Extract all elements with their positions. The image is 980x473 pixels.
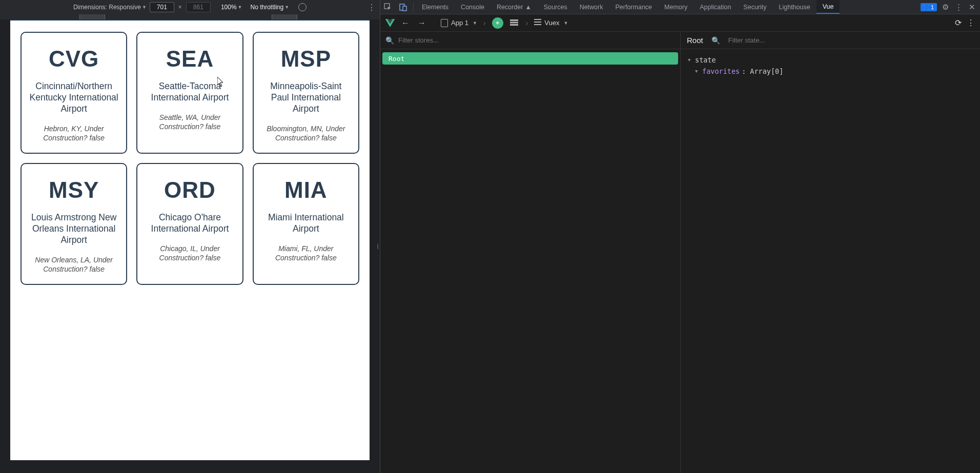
devtools-tab-label: Elements (422, 4, 448, 11)
back-button[interactable]: ← (400, 18, 411, 28)
inspector-components-icon[interactable]: ⌖ (492, 17, 503, 29)
devtools-tab-application[interactable]: Application (693, 0, 737, 14)
state-tree: ▼ state ▼ favorites: Array[0] (681, 49, 980, 82)
state-title: Root (687, 36, 703, 45)
close-devtools-icon[interactable]: ✕ (967, 3, 977, 12)
airport-card[interactable]: MIAMiami International AirportMiami, FL,… (253, 163, 359, 285)
devtools-tab-security[interactable]: Security (737, 0, 772, 14)
state-tree-row[interactable]: ▼ favorites: Array[0] (688, 66, 973, 77)
airport-location: Miami, FL, Under Construction? false (261, 244, 351, 262)
airport-card[interactable]: MSPMinneapolis-Saint Paul International … (253, 32, 359, 154)
more-options-icon[interactable]: ⋮ (967, 18, 975, 28)
inspector-selector[interactable]: Vuex ▼ (534, 19, 568, 27)
toggle-device-icon[interactable] (396, 0, 411, 14)
airport-card[interactable]: CVGCincinnati/Northern Kentucky Internat… (21, 32, 127, 154)
dimensions-dropdown[interactable]: Dimensions: Responsive ▼ (73, 4, 147, 11)
airport-location: Bloomington, MN, Under Construction? fal… (261, 124, 351, 142)
rotate-icon[interactable] (298, 3, 307, 11)
devtools-tab-sources[interactable]: Sources (538, 0, 574, 14)
vue-devtools-toolbar: ← → App 1 ▼ › ⌖ › Vuex ▼ ⟳ ⋮ (380, 14, 980, 32)
svg-rect-4 (924, 5, 929, 10)
app-selector[interactable]: App 1 ▼ (441, 19, 477, 27)
issues-badge[interactable]: 1 (921, 3, 937, 11)
airport-name: Cincinnati/Northern Kentucky Internation… (29, 81, 119, 115)
airport-location: Chicago, IL, Under Construction? false (145, 244, 235, 262)
resize-handle[interactable]: || (375, 236, 380, 257)
devtools-tab-memory[interactable]: Memory (658, 0, 693, 14)
caret-down-icon: ▼ (688, 54, 693, 66)
svg-rect-7 (510, 24, 518, 26)
width-input[interactable] (150, 2, 174, 12)
more-icon[interactable]: ⋮ (953, 3, 964, 12)
airport-code: MSY (49, 177, 99, 203)
svg-rect-10 (534, 24, 541, 25)
dimensions-separator: × (177, 4, 183, 11)
device-toolbar: Dimensions: Responsive ▼ × 100% ▼ No thr… (0, 0, 380, 14)
svg-rect-8 (534, 19, 541, 20)
chevron-down-icon: ▼ (142, 5, 147, 10)
devtools-tab-console[interactable]: Console (455, 0, 491, 14)
emulated-page: CVGCincinnati/Northern Kentucky Internat… (10, 19, 370, 460)
airport-name: Miami International Airport (261, 212, 351, 235)
search-icon: 🔍 (385, 36, 394, 45)
zoom-label: 100% (221, 4, 237, 11)
settings-gear-icon[interactable]: ⚙ (940, 3, 950, 12)
filter-state-input[interactable] (728, 36, 974, 44)
more-options-icon[interactable]: ⋮ (368, 3, 376, 12)
throttling-label: No throttling (251, 4, 284, 11)
store-tree-item-root[interactable]: Root (382, 52, 678, 65)
svg-rect-5 (510, 19, 518, 21)
devtools-tab-network[interactable]: Network (574, 0, 609, 14)
airport-name: Chicago O'hare International Airport (145, 212, 235, 235)
breadcrumb-separator: › (482, 19, 487, 27)
devtools-tab-vue[interactable]: Vue (816, 0, 840, 14)
chevron-down-icon: ▼ (473, 20, 477, 26)
chevron-down-icon: ▼ (238, 5, 242, 10)
devtools-tab-label: Application (700, 4, 731, 11)
devtools-tab-label: Network (580, 4, 603, 11)
airport-location: New Orleans, LA, Under Construction? fal… (29, 255, 119, 274)
devtools-tab-lighthouse[interactable]: Lighthouse (773, 0, 816, 14)
airport-code: ORD (164, 177, 216, 203)
svg-rect-2 (403, 6, 406, 11)
devtools-tab-label: Recorder (497, 4, 523, 11)
caret-down-icon: ▼ (695, 66, 700, 77)
state-value-label: Array[0] (750, 66, 783, 77)
stores-tree: Root (380, 49, 680, 68)
devtools-tab-performance[interactable]: Performance (609, 0, 658, 14)
zoom-dropdown[interactable]: 100% ▼ (221, 4, 242, 11)
filter-stores-input[interactable] (398, 36, 675, 44)
breadcrumb-separator: › (525, 19, 529, 27)
airport-card[interactable]: ORDChicago O'hare International AirportC… (136, 163, 243, 285)
app-label: App 1 (451, 19, 468, 27)
devtools-tab-label: Console (461, 4, 484, 11)
forward-button[interactable]: → (416, 18, 427, 28)
devtools-tab-label: Security (743, 4, 766, 11)
devtools-tab-label: Memory (664, 4, 687, 11)
devtools-tab-recorder[interactable]: Recorder ▲ (491, 0, 538, 14)
airport-card[interactable]: SEASeattle-Tacoma International AirportS… (136, 32, 243, 154)
devtools-tab-elements[interactable]: Elements (416, 0, 455, 14)
state-key-label: favorites (702, 66, 740, 77)
state-key-label: state (695, 54, 716, 66)
airport-location: Hebron, KY, Under Construction? false (29, 124, 119, 142)
devtools-tabs: ElementsConsoleRecorder ▲SourcesNetworkP… (380, 0, 980, 14)
inspector-label: Vuex (544, 19, 559, 27)
height-input[interactable] (186, 2, 211, 12)
svg-rect-9 (534, 22, 541, 23)
throttling-dropdown[interactable]: No throttling ▼ (251, 4, 290, 11)
state-panel: Root 🔍 ▼ state ▼ favorites: Array[0] (681, 32, 980, 473)
state-tree-row[interactable]: ▼ state (688, 54, 973, 66)
airport-card[interactable]: MSYLouis Armstrong New Orleans Internati… (21, 163, 127, 285)
inspect-element-icon[interactable] (380, 0, 396, 14)
list-icon (534, 19, 541, 27)
refresh-icon[interactable]: ⟳ (955, 18, 962, 28)
device-emulation-panel: Dimensions: Responsive ▼ × 100% ▼ No thr… (0, 0, 380, 473)
airport-code: SEA (166, 46, 214, 72)
document-icon (441, 19, 448, 27)
timeline-icon[interactable] (508, 18, 520, 28)
devtools-panel: ElementsConsoleRecorder ▲SourcesNetworkP… (380, 0, 980, 473)
airport-name: Minneapolis-Saint Paul International Air… (261, 81, 351, 115)
recorder-badge-icon: ▲ (525, 4, 531, 11)
devtools-tab-label: Performance (615, 4, 652, 11)
